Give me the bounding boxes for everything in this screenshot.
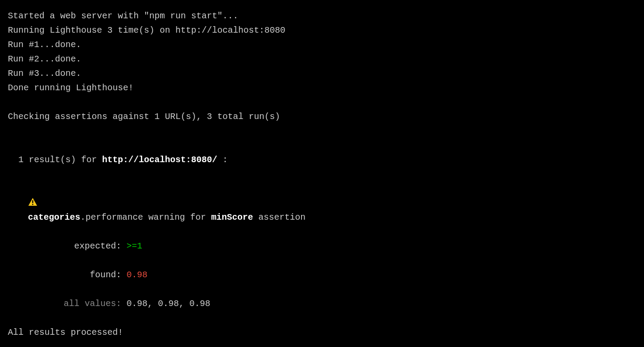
log-line-results-header: 1 result(s) for http://localhost:8080/ : bbox=[8, 138, 636, 167]
assertion-found: found: 0.98 bbox=[8, 253, 636, 282]
assertion-category: categories bbox=[28, 212, 80, 222]
assertion-all-values: all values: 0.98, 0.98, 0.98 bbox=[8, 282, 636, 311]
blank-line bbox=[8, 95, 636, 109]
found-value: 0.98 bbox=[121, 270, 147, 280]
assertion-line: categories.performance warning for minSc… bbox=[8, 181, 636, 225]
warning-icon bbox=[28, 196, 38, 210]
expected-label: expected: bbox=[56, 239, 121, 253]
results-prefix: 1 result(s) for bbox=[18, 155, 102, 165]
blank-line bbox=[8, 167, 636, 181]
svg-rect-1 bbox=[32, 204, 34, 205]
log-line-done-running: Done running Lighthouse! bbox=[8, 81, 636, 95]
assertion-minscore: minScore bbox=[211, 212, 253, 222]
results-url: http://localhost:8080/ bbox=[102, 155, 217, 165]
blank-line bbox=[8, 124, 636, 138]
svg-rect-0 bbox=[32, 200, 34, 203]
blank-line bbox=[8, 311, 636, 325]
assertion-expected: expected: >=1 bbox=[8, 225, 636, 253]
assertion-middle: .performance warning for bbox=[80, 212, 211, 222]
log-line-run2: Run #2...done. bbox=[8, 52, 636, 66]
log-line-started: Started a web server with "npm run start… bbox=[8, 9, 636, 23]
all-values-label: all values: bbox=[56, 296, 121, 311]
log-line-run3: Run #3...done. bbox=[8, 66, 636, 81]
log-line-running: Running Lighthouse 3 time(s) on http://l… bbox=[8, 23, 636, 37]
expected-value: >=1 bbox=[121, 241, 142, 251]
log-line-run1: Run #1...done. bbox=[8, 37, 636, 52]
log-line-checking: Checking assertions against 1 URL(s), 3 … bbox=[8, 109, 636, 124]
blank-line bbox=[8, 340, 636, 347]
found-label: found: bbox=[56, 268, 121, 282]
log-line-all-processed: All results processed! bbox=[8, 325, 636, 340]
results-suffix: : bbox=[217, 155, 228, 165]
assertion-suffix: assertion bbox=[253, 212, 305, 222]
all-values-value: 0.98, 0.98, 0.98 bbox=[121, 299, 210, 309]
